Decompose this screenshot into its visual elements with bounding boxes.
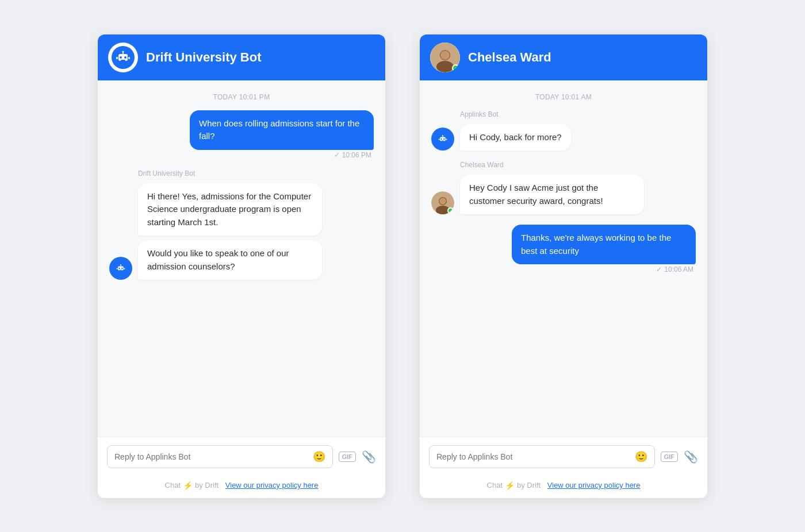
svg-point-25: [442, 135, 443, 136]
left-privacy-link[interactable]: View our privacy policy here: [225, 481, 319, 489]
svg-point-19: [436, 61, 454, 72]
left-input-row[interactable]: 🙂 GIF 📎: [98, 437, 385, 476]
svg-point-23: [443, 138, 444, 140]
svg-point-5: [122, 51, 124, 52]
svg-point-22: [440, 138, 442, 140]
right-chat-body: TODAY 10:01 AM Applinks Bot: [420, 80, 707, 437]
left-footer-branding: Chat ⚡ by Drift View our privacy policy …: [98, 476, 385, 498]
left-branding-text: Chat: [165, 481, 181, 489]
left-chat-widget: Drift University Bot TODAY 10:01 PM When…: [98, 34, 385, 498]
right-header-avatar: [430, 43, 460, 72]
right-outgoing-bubble: Thanks, we're always working to be the b…: [512, 225, 696, 264]
left-incoming-bubbles: Hi there! Yes, admissions for the Comput…: [138, 183, 322, 236]
left-incoming-bubbles-2: Would you like to speak to one of our ad…: [138, 240, 322, 280]
left-branding-by: by Drift: [195, 481, 218, 489]
attach-icon-right[interactable]: 📎: [684, 450, 698, 464]
right-footer-branding: Chat ⚡ by Drift View our privacy policy …: [420, 476, 707, 498]
online-indicator: [452, 64, 459, 72]
left-bot-avatar-inline: [109, 257, 132, 280]
lightning-icon-left: ⚡: [183, 481, 193, 490]
emoji-icon-left[interactable]: 🙂: [313, 450, 325, 463]
right-outgoing-meta: ✓ 10:06 AM: [656, 265, 693, 273]
svg-point-32: [439, 198, 446, 205]
svg-rect-16: [120, 269, 122, 270]
svg-rect-6: [116, 57, 118, 59]
left-incoming-bubble-1: Hi there! Yes, admissions for the Comput…: [138, 183, 322, 236]
right-input-wrapper[interactable]: 🙂: [429, 445, 655, 468]
svg-point-13: [120, 264, 121, 265]
attach-icon-left[interactable]: 📎: [362, 450, 376, 464]
right-human-sender: Chelsea Ward: [460, 161, 696, 169]
left-chat-footer: 🙂 GIF 📎 Chat ⚡ by Drift View our privacy…: [98, 437, 385, 498]
right-branding-text: Chat: [487, 481, 503, 489]
bot-inline-icon: [114, 261, 128, 275]
svg-rect-27: [446, 138, 447, 140]
right-human-bubbles: Hey Cody I saw Acme just got the custome…: [460, 175, 644, 214]
right-chat-header: Chelsea Ward: [420, 34, 707, 80]
left-chat-header: Drift University Bot: [98, 34, 385, 80]
svg-rect-26: [439, 138, 440, 140]
right-human-block: Chelsea Ward Hey Cody I saw Acme just go…: [431, 161, 696, 214]
right-bot-avatar-inline: [431, 128, 454, 151]
right-privacy-link[interactable]: View our privacy policy here: [547, 481, 641, 489]
right-input-row[interactable]: 🙂 GIF 📎: [420, 437, 707, 476]
lightning-icon-right: ⚡: [505, 481, 515, 490]
svg-rect-8: [121, 60, 125, 61]
emoji-icon-right[interactable]: 🙂: [635, 450, 647, 463]
bot-inline-icon-right: [436, 132, 450, 146]
right-bot-sender: Applinks Bot: [460, 110, 696, 118]
svg-rect-28: [442, 140, 444, 141]
right-chat-widget: Chelsea Ward TODAY 10:01 AM Applinks Bot: [420, 34, 707, 498]
left-outgoing-block: When does rolling admissions start for t…: [109, 110, 374, 159]
left-chat-body: TODAY 10:01 PM When does rolling admissi…: [98, 80, 385, 437]
svg-rect-7: [128, 57, 130, 59]
svg-rect-14: [117, 268, 118, 269]
svg-point-3: [124, 56, 126, 59]
right-header-title: Chelsea Ward: [468, 50, 551, 65]
svg-point-20: [440, 51, 450, 60]
left-bot-sender: Drift University Bot: [138, 169, 374, 178]
right-human-bubble-1: Hey Cody I saw Acme just got the custome…: [460, 175, 644, 214]
right-chat-input[interactable]: [436, 452, 630, 461]
left-outgoing-bubble: When does rolling admissions start for t…: [190, 110, 374, 150]
right-branding-by: by Drift: [517, 481, 540, 489]
left-input-wrapper[interactable]: 🙂: [107, 445, 333, 468]
right-outgoing-time: 10:06 AM: [664, 265, 693, 273]
left-header-title: Drift University Bot: [146, 50, 261, 65]
right-bot-bubbles: Hi Cody, back for more?: [460, 124, 571, 151]
left-chat-input[interactable]: [114, 452, 308, 461]
right-bot-bubble-1: Hi Cody, back for more?: [460, 124, 571, 151]
left-incoming-block: Drift University Bot Hi there! Yes, admi…: [109, 169, 374, 280]
right-human-avatar-inline: [431, 191, 454, 214]
svg-point-10: [118, 268, 120, 269]
right-outgoing-block: Thanks, we're always working to be the b…: [431, 225, 696, 273]
gif-button-right[interactable]: GIF: [661, 452, 678, 462]
left-outgoing-time: 10:06 PM: [342, 151, 371, 159]
svg-point-11: [121, 268, 122, 269]
check-icon: ✓: [334, 151, 340, 159]
svg-rect-15: [124, 268, 125, 269]
human-online-dot: [447, 207, 454, 214]
left-header-avatar: [108, 43, 138, 72]
left-incoming-bubble-2: Would you like to speak to one of our ad…: [138, 240, 322, 280]
right-chat-footer: 🙂 GIF 📎 Chat ⚡ by Drift View our privacy…: [420, 437, 707, 498]
bot-avatar-icon: [112, 46, 135, 69]
svg-point-2: [120, 56, 122, 59]
left-timestamp: TODAY 10:01 PM: [109, 93, 374, 101]
right-bot-block: Applinks Bot: [431, 110, 696, 151]
left-outgoing-meta: ✓ 10:06 PM: [334, 151, 371, 159]
check-icon-right: ✓: [656, 265, 662, 273]
right-timestamp: TODAY 10:01 AM: [431, 93, 696, 101]
gif-button-left[interactable]: GIF: [339, 452, 356, 462]
